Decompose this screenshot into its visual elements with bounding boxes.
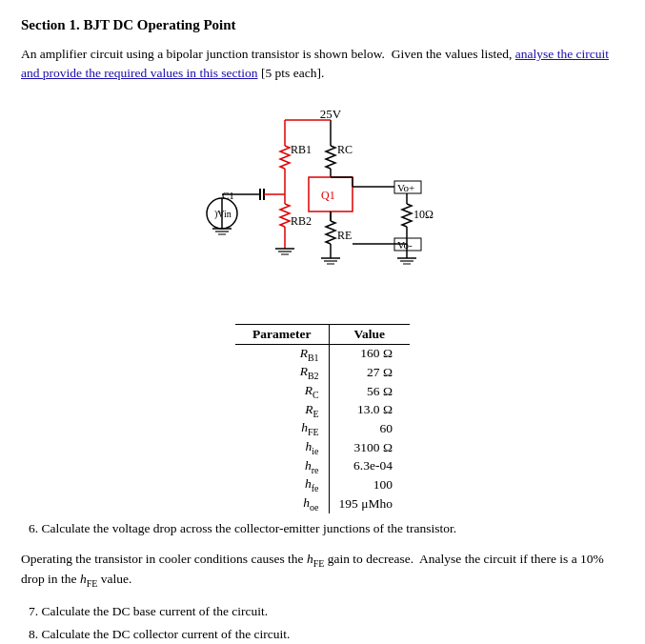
table-row: hFE 60 bbox=[235, 419, 410, 438]
param-cell: hFE bbox=[235, 419, 329, 438]
ten-ohm-label: 10Ω bbox=[413, 208, 433, 221]
param-cell: hoe bbox=[235, 494, 329, 513]
param-cell: RC bbox=[235, 382, 329, 401]
intro-paragraph: An amplifier circuit using a bipolar jun… bbox=[21, 45, 624, 84]
circuit-diagram: 25V RC Q1 RB1 C1 )Vin ~ bbox=[21, 101, 624, 311]
table-header-param: Parameter bbox=[235, 324, 329, 344]
question-6: 6. Calculate the voltage drop across the… bbox=[29, 521, 624, 536]
param-cell: RB2 bbox=[235, 363, 329, 382]
vo-plus-label: Vo+ bbox=[397, 182, 414, 193]
question-7: 7. Calculate the DC base current of the … bbox=[29, 604, 624, 619]
rb1-label: RB1 bbox=[291, 143, 312, 156]
vo-minus-label: Vo- bbox=[397, 239, 413, 251]
parameter-table: Parameter Value RB1 160 Ω RB2 27 Ω RC 56… bbox=[235, 324, 410, 513]
value-cell: 195 μMho bbox=[329, 494, 410, 513]
value-cell: 100 bbox=[329, 475, 410, 494]
param-cell: hre bbox=[235, 457, 329, 476]
section-break-paragraph: Operating the transistor in cooler condi… bbox=[21, 550, 624, 591]
value-cell: 60 bbox=[329, 419, 410, 438]
q1-label: Q1 bbox=[321, 189, 335, 202]
value-cell: 6.3e-04 bbox=[329, 457, 410, 476]
param-cell: hie bbox=[235, 438, 329, 457]
param-cell: RB1 bbox=[235, 344, 329, 363]
rc-label: RC bbox=[337, 143, 353, 156]
table-row: hie 3100 Ω bbox=[235, 438, 410, 457]
value-cell: 56 Ω bbox=[329, 382, 410, 401]
value-cell: 3100 Ω bbox=[329, 438, 410, 457]
re-label: RE bbox=[337, 229, 352, 242]
param-cell: hfe bbox=[235, 475, 329, 494]
section-title: Section 1. BJT DC Operating Point bbox=[21, 17, 624, 33]
circuit-svg: 25V RC Q1 RB1 C1 )Vin ~ bbox=[161, 101, 485, 311]
value-cell: 13.0 Ω bbox=[329, 401, 410, 420]
table-row: RB2 27 Ω bbox=[235, 363, 410, 382]
value-cell: 160 Ω bbox=[329, 344, 410, 363]
value-cell: 27 Ω bbox=[329, 363, 410, 382]
table-row: hfe 100 bbox=[235, 475, 410, 494]
question-8: 8. Calculate the DC collector current of… bbox=[29, 627, 624, 642]
table-row: hre 6.3e-04 bbox=[235, 457, 410, 476]
rb2-label: RB2 bbox=[291, 214, 312, 228]
voltage-label: 25V bbox=[319, 107, 341, 121]
table-header-value: Value bbox=[329, 324, 410, 344]
table-row: RC 56 Ω bbox=[235, 382, 410, 401]
table-row: RB1 160 Ω bbox=[235, 344, 410, 363]
param-cell: RE bbox=[235, 401, 329, 420]
table-row: RE 13.0 Ω bbox=[235, 401, 410, 420]
parameter-table-container: Parameter Value RB1 160 Ω RB2 27 Ω RC 56… bbox=[21, 324, 624, 513]
table-row: hoe 195 μMho bbox=[235, 494, 410, 513]
